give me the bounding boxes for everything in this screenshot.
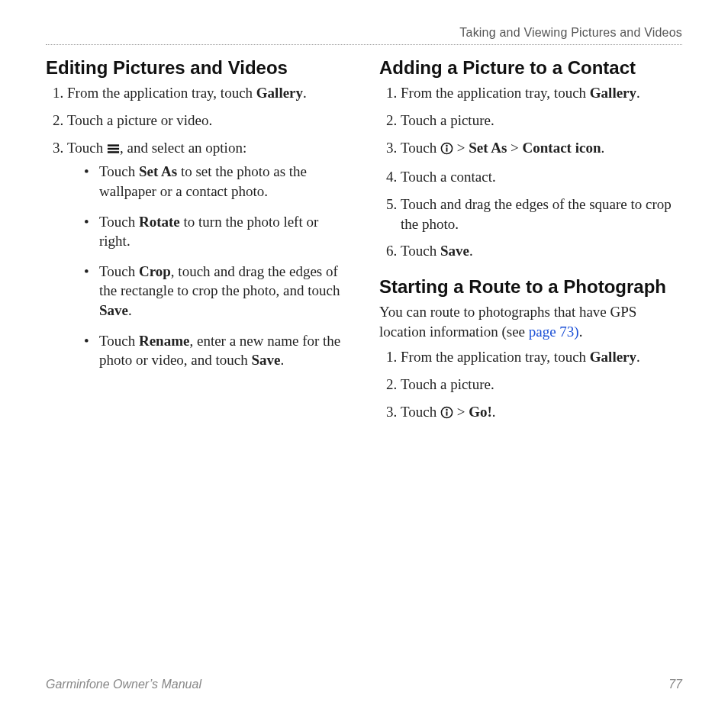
contact-step-2: Touch a picture. <box>401 111 682 130</box>
contact-step-3: Touch > Set As > Contact icon. <box>401 138 682 160</box>
page-73-link[interactable]: page 73) <box>529 324 579 340</box>
option-rename: Touch Rename, enter a new name for the p… <box>84 331 349 370</box>
option-set-as: Touch Set As to set the photo as the wal… <box>84 162 349 201</box>
svg-rect-3 <box>108 151 119 153</box>
step-1: From the application tray, touch Gallery… <box>67 83 349 103</box>
page-footer: Garminfone Owner’s Manual 77 <box>46 678 682 691</box>
contact-steps: From the application tray, touch Gallery… <box>379 83 682 260</box>
step-2: Touch a picture or video. <box>67 111 349 130</box>
editing-options: Touch Set As to set the photo as the wal… <box>67 162 349 370</box>
heading-route-photo: Starting a Route to a Photograph <box>379 276 682 298</box>
option-rotate: Touch Rotate to turn the photo left or r… <box>84 212 349 251</box>
two-column-layout: Editing Pictures and Videos From the app… <box>46 57 682 431</box>
svg-rect-1 <box>108 144 119 146</box>
right-column: Adding a Picture to a Contact From the a… <box>379 57 682 431</box>
contact-step-5: Touch and drag the edges of the square t… <box>401 195 682 234</box>
route-step-3: Touch > Go!. <box>401 402 682 424</box>
svg-rect-9 <box>446 411 448 415</box>
heading-adding-contact: Adding a Picture to a Contact <box>379 57 682 79</box>
step-3: Touch , and select an option: Touch Set … <box>67 138 349 370</box>
route-steps: From the application tray, touch Gallery… <box>379 347 682 424</box>
contact-step-1: From the application tray, touch Gallery… <box>401 83 682 103</box>
heading-editing: Editing Pictures and Videos <box>46 57 349 79</box>
svg-rect-6 <box>446 147 448 151</box>
info-icon <box>440 140 453 160</box>
info-icon <box>440 404 453 424</box>
route-step-1: From the application tray, touch Gallery… <box>401 347 682 367</box>
svg-rect-2 <box>108 147 119 149</box>
route-step-2: Touch a picture. <box>401 375 682 395</box>
menu-icon <box>107 140 120 159</box>
running-header: Taking and Viewing Pictures and Videos <box>46 26 682 45</box>
option-crop: Touch Crop, touch and drag the edges of … <box>84 262 349 321</box>
svg-point-8 <box>446 408 447 410</box>
gallery-label: Gallery <box>256 85 303 101</box>
left-column: Editing Pictures and Videos From the app… <box>46 57 349 431</box>
header-section-title: Taking and Viewing Pictures and Videos <box>459 26 682 39</box>
svg-point-5 <box>446 144 447 146</box>
contact-step-4: Touch a contact. <box>401 167 682 187</box>
page-number: 77 <box>668 678 682 691</box>
editing-steps: From the application tray, touch Gallery… <box>46 83 349 370</box>
contact-step-6: Touch Save. <box>401 241 682 261</box>
route-intro: You can route to photographs that have G… <box>379 302 682 341</box>
manual-title: Garminfone Owner’s Manual <box>46 678 201 691</box>
